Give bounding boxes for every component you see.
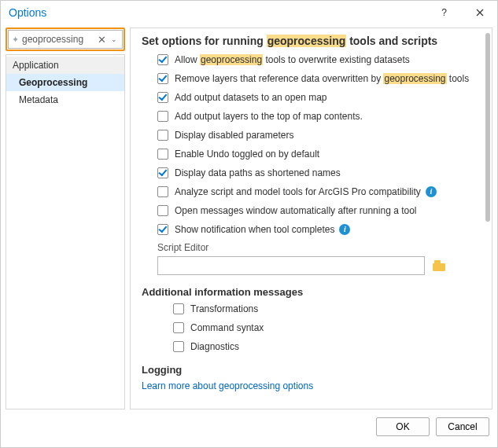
script-editor-input[interactable]	[157, 256, 425, 275]
option-label: Add output layers to the top of map cont…	[175, 110, 363, 123]
option-analyze-compat[interactable]: Analyze script and model tools for ArcGI…	[157, 185, 478, 198]
page-title: Set options for running geoprocessing to…	[142, 35, 478, 47]
dialog-content: ✦ geoprocessing ✕ ⌄ Application Geoproce…	[1, 24, 497, 409]
script-editor-row	[157, 256, 478, 275]
window-controls: ?	[426, 1, 497, 24]
checkbox[interactable]	[157, 149, 168, 160]
main-panel: Set options for running geoprocessing to…	[130, 28, 492, 409]
checkbox[interactable]	[173, 322, 184, 333]
option-label: Allow geoprocessing tools to overwrite e…	[175, 53, 410, 66]
option-enable-undo[interactable]: Enable Undo toggled on by default	[157, 148, 478, 160]
search-dropdown-button[interactable]: ⌄	[109, 35, 119, 43]
sidebar-item-geoprocessing[interactable]: Geoprocessing	[6, 74, 124, 91]
option-label: Diagnostics	[190, 340, 239, 353]
search-input[interactable]: ✦ geoprocessing ✕ ⌄	[8, 30, 123, 49]
option-label: Enable Undo toggled on by default	[175, 148, 319, 160]
checkbox[interactable]	[173, 303, 184, 314]
option-remove-layers[interactable]: Remove layers that reference data overwr…	[157, 72, 478, 85]
clear-search-button[interactable]: ✕	[94, 34, 109, 46]
option-overwrite[interactable]: Allow geoprocessing tools to overwrite e…	[157, 53, 478, 66]
checkbox[interactable]	[157, 92, 168, 103]
sparkle-icon: ✦	[12, 35, 19, 45]
option-shortened-paths[interactable]: Display data paths as shortened names	[157, 167, 478, 179]
checkbox[interactable]	[157, 186, 168, 197]
option-add-output-map[interactable]: Add output datasets to an open map	[157, 91, 478, 104]
browse-folder-icon[interactable]	[433, 260, 447, 271]
option-label: Transformations	[190, 303, 258, 315]
cancel-button[interactable]: Cancel	[436, 417, 489, 436]
option-transformations[interactable]: Transformations	[173, 303, 478, 315]
option-open-messages[interactable]: Open messages window automatically after…	[157, 204, 478, 217]
close-icon	[476, 9, 484, 17]
option-display-disabled[interactable]: Display disabled parameters	[157, 129, 478, 141]
tree-group-application[interactable]: Application	[6, 57, 124, 74]
sidebar: ✦ geoprocessing ✕ ⌄ Application Geoproce…	[6, 28, 125, 409]
option-label: Show notification when tool completes	[175, 223, 334, 236]
titlebar: Options ?	[1, 1, 497, 24]
learn-more-link[interactable]: Learn more about geoprocessing options	[142, 380, 478, 391]
option-label: Analyze script and model tools for ArcGI…	[175, 185, 421, 198]
option-add-output-top[interactable]: Add output layers to the top of map cont…	[157, 110, 478, 123]
option-label: Command syntax	[190, 321, 264, 334]
checkbox[interactable]	[157, 111, 168, 122]
checkbox[interactable]	[157, 73, 168, 84]
option-label: Display data paths as shortened names	[175, 167, 341, 179]
window-title: Options	[9, 6, 46, 19]
checkbox[interactable]	[157, 130, 168, 141]
additional-info-header: Additional information messages	[142, 286, 478, 298]
checkbox[interactable]	[157, 167, 168, 178]
option-label: Remove layers that reference data overwr…	[175, 72, 469, 85]
info-icon[interactable]: i	[339, 224, 350, 235]
ok-button[interactable]: OK	[376, 417, 430, 436]
main-scroll-area[interactable]: Set options for running geoprocessing to…	[131, 28, 484, 409]
option-show-notification[interactable]: Show notification when tool completes i	[157, 223, 478, 236]
checkbox[interactable]	[157, 54, 168, 65]
info-icon[interactable]: i	[426, 186, 437, 197]
sidebar-item-metadata[interactable]: Metadata	[6, 91, 124, 108]
option-command-syntax[interactable]: Command syntax	[173, 321, 478, 334]
option-label: Add output datasets to an open map	[175, 91, 326, 104]
search-highlight-frame: ✦ geoprocessing ✕ ⌄	[6, 28, 125, 51]
checkbox[interactable]	[157, 205, 168, 216]
script-editor-label: Script Editor	[157, 242, 478, 253]
scrollbar-thumb[interactable]	[485, 33, 490, 222]
search-value: geoprocessing	[22, 34, 94, 45]
option-label: Display disabled parameters	[175, 129, 293, 141]
close-button[interactable]	[462, 1, 497, 24]
category-tree: Application Geoprocessing Metadata	[6, 54, 125, 409]
option-label: Open messages window automatically after…	[175, 204, 417, 217]
option-diagnostics[interactable]: Diagnostics	[173, 340, 478, 353]
help-button[interactable]: ?	[426, 1, 462, 24]
checkbox[interactable]	[173, 341, 184, 352]
checkbox[interactable]	[157, 224, 168, 235]
logging-header: Logging	[142, 364, 478, 376]
dialog-footer: OK Cancel	[1, 409, 497, 444]
